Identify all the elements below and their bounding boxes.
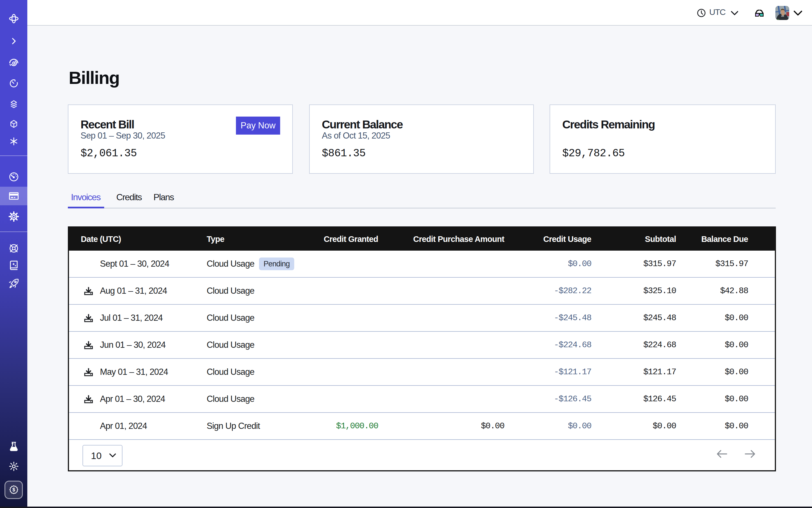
svg-text:$: $ xyxy=(12,487,15,493)
